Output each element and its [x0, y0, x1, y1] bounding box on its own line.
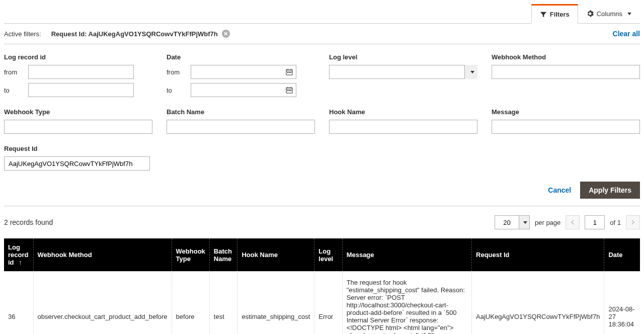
records-count: 2 records found [4, 218, 53, 226]
filter-label: Batch Name [167, 108, 315, 116]
filter-request-id: Request Id [4, 145, 150, 171]
svg-rect-6 [289, 90, 290, 91]
filter-label: Webhook Type [4, 108, 152, 116]
range-from-label: from [4, 68, 23, 76]
header-hook[interactable]: Hook Name [237, 238, 314, 272]
date-to-input[interactable] [191, 83, 296, 97]
log-id-from-input[interactable] [28, 65, 134, 79]
cell-batch: test [209, 272, 237, 335]
tab-filters[interactable]: Filters [531, 4, 578, 24]
funnel-icon [540, 11, 547, 18]
filter-batch-name: Batch Name [167, 108, 315, 134]
header-date[interactable]: Date [604, 238, 640, 272]
header-webhook-type[interactable]: Webhook Type [172, 238, 209, 272]
header-message[interactable]: Message [342, 238, 471, 272]
page-current-input[interactable] [585, 215, 605, 229]
cell-level: Error [314, 272, 342, 335]
cell-date: 2024-08-27 18:36:04 [604, 272, 640, 335]
active-filter-chip: Request Id: AajUKegAgVO1YSQRCowvTYkFfPjW… [51, 30, 230, 38]
log-table: Log record id ↑ Webhook Method Webhook T… [4, 238, 640, 334]
filters-panel: Log record id from to Date from [4, 44, 640, 206]
active-filters-label: Active filters: [4, 30, 41, 38]
range-to-label: to [167, 87, 186, 94]
records-toolbar: 2 records found per page of 1 [4, 206, 640, 238]
table-row[interactable]: 36 observer.checkout_cart_product_add_be… [4, 272, 640, 335]
filter-label: Webhook Method [492, 53, 640, 61]
chevron-down-icon[interactable] [464, 65, 477, 79]
svg-rect-5 [287, 90, 288, 91]
per-page-label: per page [535, 219, 560, 226]
remove-filter-icon[interactable]: ✕ [222, 30, 230, 38]
cell-hook: estimate_shipping_cost [237, 272, 314, 335]
webhook-method-input[interactable] [492, 65, 640, 79]
page-size-input[interactable] [495, 215, 519, 229]
apply-filters-button[interactable]: Apply Filters [580, 182, 640, 199]
cell-request: AajUKegAgVO1YSQRCowvTYkFfPjWbf7h [472, 272, 604, 335]
gear-icon [587, 10, 594, 17]
chevron-down-icon[interactable] [519, 215, 530, 229]
range-to-label: to [4, 87, 23, 94]
calendar-icon[interactable] [283, 84, 296, 97]
chevron-down-icon [627, 13, 631, 15]
message-input[interactable] [492, 120, 640, 134]
filter-message: Message [492, 108, 640, 134]
filter-webhook-method: Webhook Method [492, 53, 640, 97]
header-log-id[interactable]: Log record id ↑ [4, 238, 33, 272]
filter-webhook-type: Webhook Type [4, 108, 152, 134]
filter-label: Date [167, 53, 315, 61]
filter-log-record-id: Log record id from to [4, 53, 152, 97]
cell-method: observer.checkout_cart_product_add_befor… [33, 272, 172, 335]
cell-message: The request for hook "estimate_shipping_… [342, 272, 471, 335]
svg-rect-1 [287, 72, 288, 73]
log-level-select[interactable] [329, 65, 477, 79]
tab-columns[interactable]: Columns [578, 4, 640, 23]
cancel-button[interactable]: Cancel [548, 186, 571, 194]
tab-filters-label: Filters [550, 11, 570, 18]
table-header-row: Log record id ↑ Webhook Method Webhook T… [4, 238, 640, 272]
header-batch[interactable]: Batch Name [209, 238, 237, 272]
active-filters-bar: Active filters: Request Id: AajUKegAgVO1… [4, 24, 640, 44]
svg-rect-3 [290, 72, 291, 73]
filter-chip-text: Request Id: AajUKegAgVO1YSQRCowvTYkFfPjW… [51, 30, 218, 38]
pager-next-button[interactable] [626, 215, 640, 229]
filter-date: Date from to [167, 53, 315, 97]
header-request[interactable]: Request Id [472, 238, 604, 272]
filter-label: Message [492, 108, 640, 116]
hook-name-input[interactable] [329, 120, 477, 134]
pager: per page of 1 [495, 215, 640, 229]
header-level[interactable]: Log level [314, 238, 342, 272]
filter-log-level: Log level [329, 53, 477, 97]
range-from-label: from [167, 68, 186, 76]
svg-rect-2 [289, 72, 290, 73]
filter-label: Hook Name [329, 108, 477, 116]
filter-label: Log record id [4, 53, 152, 61]
pager-prev-button[interactable] [566, 215, 580, 229]
cell-wtype: before [172, 272, 209, 335]
calendar-icon[interactable] [283, 65, 296, 78]
batch-name-input[interactable] [167, 120, 315, 134]
svg-rect-7 [290, 90, 291, 91]
tab-columns-label: Columns [597, 10, 622, 18]
filter-label: Request Id [4, 145, 150, 152]
clear-all-link[interactable]: Clear all [613, 30, 640, 38]
filter-label: Log level [329, 53, 477, 61]
view-tabs: Filters Columns [4, 4, 640, 24]
header-method[interactable]: Webhook Method [33, 238, 172, 272]
page-size-select[interactable] [495, 215, 530, 229]
filter-actions: Cancel Apply Filters [4, 182, 640, 199]
date-from-input[interactable] [191, 65, 296, 79]
log-id-to-input[interactable] [28, 83, 134, 97]
cell-log-id: 36 [4, 272, 33, 335]
webhook-type-input[interactable] [4, 120, 152, 134]
filter-hook-name: Hook Name [329, 108, 477, 134]
request-id-input[interactable] [4, 156, 150, 171]
sort-asc-icon: ↑ [19, 259, 22, 266]
page-total-label: of 1 [610, 219, 621, 226]
